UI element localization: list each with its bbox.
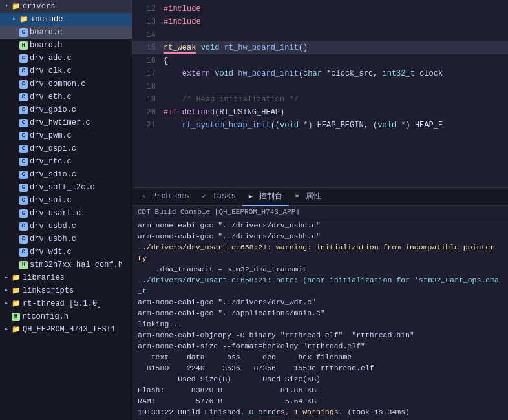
line-content: #include: [164, 17, 206, 26]
c-icon: C: [19, 67, 28, 76]
console-line: text data bss dec hex filename: [138, 352, 503, 362]
console-output: arm-none-eabi-gcc "../drivers/board.c"ar…: [132, 218, 508, 420]
line-content: {: [164, 56, 168, 65]
sidebar-item-drv-gpio-c[interactable]: Cdrv_gpio.c: [0, 103, 132, 116]
sidebar-item-label: stm32h7xx_hal_conf.h: [30, 260, 123, 269]
console-line: arm-none-eabi-gcc "../applications/main.…: [138, 308, 503, 319]
sidebar-item-label: drv_eth.c: [30, 92, 72, 101]
sidebar-item-drv-qspi-c[interactable]: Cdrv_qspi.c: [0, 142, 132, 155]
chevron-icon: [10, 171, 18, 178]
folder-icon: 📁: [19, 15, 28, 24]
sidebar-item-drv-eth-c[interactable]: Cdrv_eth.c: [0, 90, 132, 103]
sidebar-item-drv-wdt-c[interactable]: Cdrv_wdt.c: [0, 246, 132, 258]
c-icon: C: [19, 54, 28, 63]
sidebar-item-drv-sdio-c[interactable]: Cdrv_sdio.c: [0, 168, 132, 181]
console-line: RAM: 5776 B 5.64 KB: [138, 395, 503, 406]
code-editor: 12#include 13#include 1415rt_weak void r…: [132, 0, 508, 187]
properties-tab-icon: ≡: [295, 193, 303, 200]
console-line: Used Size(B) Used Size(KB): [138, 373, 503, 384]
sidebar-item-board-c[interactable]: Cboard.c: [0, 26, 132, 39]
chevron-icon: [10, 132, 18, 140]
panel-tabs: ⚠Problems✓Tasks▶控制台≡属性: [132, 188, 508, 206]
code-line: 13#include: [132, 16, 508, 28]
chevron-icon: [10, 235, 18, 243]
sidebar-item-label: board.c: [30, 28, 62, 37]
panel-tab-tasks[interactable]: ✓Tasks: [196, 188, 242, 206]
chevron-icon: [10, 67, 18, 75]
sidebar-item-drv-clk-c[interactable]: Cdrv_clk.c: [0, 65, 132, 78]
c-icon: C: [19, 106, 28, 114]
sidebar-item-label: drv_common.c: [30, 79, 85, 89]
line-content: #include: [164, 5, 206, 14]
line-number: 12: [138, 5, 156, 14]
sidebar-item-rt-thread-folder[interactable]: ▸📁rt-thread [5.1.0]: [0, 297, 132, 310]
console-title: CDT Build Console [QH_EEPROM_H743_APP]: [132, 206, 508, 218]
sidebar-item-label: drv_wdt.c: [30, 247, 72, 257]
c-icon: C: [19, 80, 28, 89]
code-line: 20#if defined(RT_USING_HEAP): [132, 106, 508, 119]
folder-icon: 📁: [12, 286, 21, 295]
console-line: .dma_transmit = stm32_dma_transmit: [138, 264, 503, 275]
problems-tab-icon: ⚠: [142, 193, 149, 200]
c-icon: C: [19, 119, 28, 127]
sidebar-item-drv-spi-c[interactable]: Cdrv_spi.c: [0, 194, 132, 207]
sidebar-item-linkscripts-folder[interactable]: ▸📁linkscripts: [0, 284, 132, 297]
line-number: 19: [138, 95, 156, 104]
panel-tab-properties[interactable]: ≡属性: [289, 188, 328, 206]
panel-tab-console[interactable]: ▶控制台: [242, 188, 289, 206]
chevron-icon: [3, 313, 10, 320]
c-icon: C: [19, 184, 28, 192]
sidebar-item-label: board.h: [30, 41, 62, 50]
sidebar-item-drv-usbh-c[interactable]: Cdrv_usbh.c: [0, 233, 132, 246]
sidebar-item-label: include: [30, 15, 63, 24]
sidebar-item-stm32h7xx-hal-c[interactable]: Hstm32h7xx_hal_conf.h: [0, 258, 132, 271]
sidebar-item-label: drv_qspi.c: [30, 144, 76, 153]
sidebar-item-drivers-folder[interactable]: ▾📁drivers: [0, 0, 132, 13]
sidebar-item-drv-pwm-c[interactable]: Cdrv_pwm.c: [0, 129, 132, 142]
line-number: 14: [138, 30, 156, 39]
chevron-icon: ▸: [3, 287, 10, 295]
sidebar-item-include-folder[interactable]: ▸📁include: [0, 13, 132, 26]
sidebar-item-label: linkscripts: [23, 286, 74, 295]
folder-icon: 📁: [12, 299, 21, 308]
line-content: rt_system_heap_init((void *) HEAP_BEGIN,…: [164, 121, 443, 130]
line-number: 16: [138, 56, 156, 65]
console-tab-icon: ▶: [249, 193, 257, 200]
chevron-icon: [10, 41, 18, 49]
c-icon: C: [19, 222, 28, 231]
sidebar-item-rtconfig-h[interactable]: Hrtconfig.h: [0, 310, 132, 323]
chevron-icon: ▸: [3, 300, 10, 308]
sidebar-item-drv-hwtimer-c[interactable]: Cdrv_hwtimer.c: [0, 116, 132, 129]
line-content: /* Heap initialization */: [164, 95, 299, 104]
sidebar-item-label: drv_adc.c: [30, 54, 72, 63]
line-number: 13: [138, 17, 156, 26]
line-content: extern void hw_board_init(char *clock_sr…: [164, 69, 443, 78]
line-content: rt_weak void rt_hw_board_init(): [164, 43, 308, 52]
folder-icon: 📁: [12, 2, 21, 11]
tasks-tab-icon: ✓: [202, 193, 210, 200]
chevron-icon: [10, 158, 18, 165]
panel-tab-problems[interactable]: ⚠Problems: [135, 188, 196, 206]
line-number: 21: [138, 121, 156, 130]
line-number: 17: [138, 69, 156, 78]
c-icon: C: [19, 158, 28, 166]
sidebar-item-drv-common-c[interactable]: Cdrv_common.c: [0, 78, 132, 90]
sidebar-item-drv-soft-i2c-c[interactable]: Cdrv_soft_i2c.c: [0, 181, 132, 194]
sidebar-item-label: QH_EEPROM_H743_TEST1: [23, 325, 116, 334]
file-tree: ▾📁drivers▸📁includeCboard.cHboard.hCdrv_a…: [0, 0, 132, 420]
code-lines: 12#include 13#include 1415rt_weak void r…: [132, 0, 508, 187]
sidebar-item-drv-rtc-c[interactable]: Cdrv_rtc.c: [0, 155, 132, 168]
sidebar-item-drv-usart-c[interactable]: Cdrv_usart.c: [0, 207, 132, 220]
sidebar-item-label: drv_usart.c: [30, 209, 81, 218]
sidebar-item-label: libraries: [23, 273, 65, 282]
sidebar-item-drv-usbd-c[interactable]: Cdrv_usbd.c: [0, 220, 132, 233]
sidebar-item-label: drv_hwtimer.c: [30, 118, 90, 127]
bottom-panel: ⚠Problems✓Tasks▶控制台≡属性 CDT Build Console…: [132, 187, 508, 420]
sidebar-item-libraries-folder[interactable]: ▸📁libraries: [0, 271, 132, 284]
console-line: arm-none-eabi-size --format=berkeley "rt…: [138, 341, 503, 352]
c-icon: C: [19, 235, 28, 244]
sidebar-item-board-h[interactable]: Hboard.h: [0, 39, 132, 52]
sidebar-item-qh-eeprom[interactable]: ▸📁QH_EEPROM_H743_TEST1: [0, 323, 132, 336]
sidebar-item-drv-adc-c[interactable]: Cdrv_adc.c: [0, 52, 132, 65]
c-icon: C: [19, 209, 28, 218]
